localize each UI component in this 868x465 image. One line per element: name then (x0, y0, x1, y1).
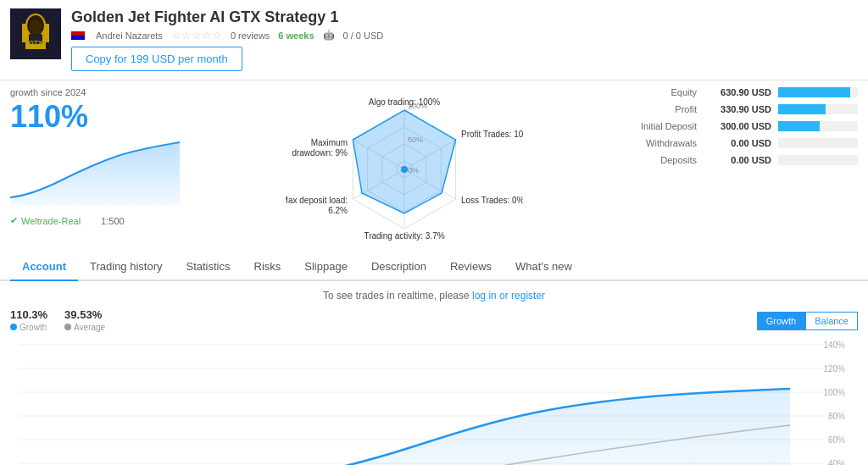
chart-notice: To see trades in realtime, please log in… (10, 290, 858, 302)
svg-text:drawdown: 9%: drawdown: 9% (292, 148, 348, 158)
stats-panel: growth since 2024 110% ✔ Weltrade-Real 1… (0, 80, 868, 250)
svg-text:Maximum: Maximum (311, 138, 348, 147)
radar-section: Algo trading: 100% Profit Trades: 100% L… (197, 87, 612, 243)
svg-rect-4 (44, 24, 49, 42)
svg-text:Profit Trades: 100%: Profit Trades: 100% (461, 130, 523, 139)
metric-label: Deposits (620, 155, 697, 165)
metric-bar-container (778, 87, 858, 97)
metric-value: 630.90 USD (704, 87, 771, 97)
svg-point-6 (30, 19, 42, 35)
broker-info: ✔ Weltrade-Real 1:500 (10, 215, 188, 226)
leverage: 1:500 (101, 216, 125, 226)
chart-area: To see trades in realtime, please log in… (0, 281, 868, 465)
metric-bar-container (778, 104, 858, 114)
metric-row: Initial Deposit 300.00 USD (620, 121, 858, 131)
main-chart: 140% 120% 100% 80% 60% 40% 20% 0% (10, 336, 858, 465)
page-title: Golden Jet Fighter AI GTX Strategy 1 (71, 8, 858, 26)
metric-label: Equity (620, 87, 697, 97)
tab-description[interactable]: Description (359, 253, 438, 281)
growth-value: 110% (10, 99, 188, 135)
growth-chart (10, 138, 180, 206)
header: GTX Golden Jet Fighter AI GTX Strategy 1… (0, 0, 868, 80)
tab-account[interactable]: Account (10, 253, 78, 281)
metric-bar-container (778, 121, 858, 131)
svg-text:Algo trading: 100%: Algo trading: 100% (369, 97, 441, 107)
weeks-count: 6 weeks (278, 30, 314, 41)
metric-value: 0.00 USD (704, 138, 771, 148)
notice-text: To see trades in realtime, please (323, 290, 470, 302)
tab-trading-history[interactable]: Trading history (78, 253, 175, 281)
tabs-bar: AccountTrading historyStatisticsRisksSli… (0, 253, 868, 281)
growth-button[interactable]: Growth (757, 312, 805, 330)
svg-marker-19 (353, 110, 455, 213)
metric-bar (778, 87, 850, 97)
growth-section: growth since 2024 110% ✔ Weltrade-Real 1… (10, 87, 188, 243)
avatar: GTX (10, 8, 61, 59)
metric-bar-container (778, 138, 858, 148)
svg-text:Trading activity: 3.7%: Trading activity: 3.7% (364, 231, 444, 241)
svg-text:40%: 40% (828, 459, 845, 465)
average-dot (64, 324, 71, 330)
legend-growth: 110.3% Growth (10, 308, 47, 333)
svg-text:Max deposit load:: Max deposit load: (286, 196, 348, 205)
metric-row: Equity 630.90 USD (620, 87, 858, 97)
tab-risks[interactable]: Risks (242, 253, 293, 281)
chart-container: 140% 120% 100% 80% 60% 40% 20% 0% (10, 336, 858, 465)
tab-statistics[interactable]: Statistics (175, 253, 242, 281)
tab-reviews[interactable]: Reviews (438, 253, 504, 281)
tab-slippage[interactable]: Slippage (292, 253, 359, 281)
author-name: Andrei Nazarets (96, 30, 163, 41)
metric-bar (778, 121, 820, 131)
svg-text:Loss Trades: 0%: Loss Trades: 0% (461, 196, 523, 205)
metric-label: Withdrawals (620, 138, 697, 148)
flag-icon (71, 31, 85, 40)
tab-what's-new[interactable]: What's new (504, 253, 584, 281)
balance-button[interactable]: Balance (805, 312, 858, 330)
average-legend-value: 39.53% (64, 308, 102, 321)
svg-text:100%: 100% (823, 388, 845, 397)
legend-average: 39.53% Average (64, 308, 105, 333)
growth-label: growth since 2024 (10, 87, 188, 97)
metric-row: Profit 330.90 USD (620, 104, 858, 114)
header-meta: Andrei Nazarets ☆☆☆☆☆ 0 reviews 6 weeks … (71, 29, 858, 42)
metric-bar (778, 104, 826, 114)
average-legend-label: Average (74, 323, 105, 332)
metric-label: Initial Deposit (620, 121, 697, 131)
growth-legend-value: 110.3% (10, 308, 47, 321)
metric-value: 300.00 USD (704, 121, 771, 131)
metric-row: Withdrawals 0.00 USD (620, 138, 858, 148)
svg-text:6.2%: 6.2% (328, 206, 348, 215)
svg-text:GTX: GTX (29, 39, 43, 47)
metric-label: Profit (620, 104, 697, 114)
broker-name: Weltrade-Real (21, 216, 81, 226)
svg-point-20 (401, 166, 408, 173)
copy-button[interactable]: Copy for 199 USD per month (71, 47, 242, 71)
star-rating: ☆☆☆☆☆ (171, 29, 222, 42)
svg-text:120%: 120% (823, 364, 845, 374)
login-link[interactable]: log in or register (472, 290, 545, 302)
svg-text:60%: 60% (828, 435, 845, 445)
trades-count: 0 / 0 USD (343, 30, 384, 41)
growth-legend-label: Growth (19, 323, 47, 332)
chart-legend: 110.3% Growth 39.53% Average Growth Bala… (10, 308, 858, 333)
svg-text:50%: 50% (408, 136, 423, 144)
growth-dot (10, 324, 17, 330)
metric-row: Deposits 0.00 USD (620, 155, 858, 165)
metric-value: 330.90 USD (704, 104, 771, 114)
metrics-section: Equity 630.90 USD Profit 330.90 USD Init… (620, 87, 858, 243)
header-info: Golden Jet Fighter AI GTX Strategy 1 And… (71, 8, 858, 71)
metric-bar-container (778, 155, 858, 165)
svg-text:80%: 80% (828, 412, 845, 421)
svg-rect-3 (22, 24, 27, 42)
svg-text:140%: 140% (823, 340, 845, 350)
svg-text:0%: 0% (408, 166, 419, 174)
radar-chart: Algo trading: 100% Profit Trades: 100% L… (286, 89, 523, 241)
chart-buttons: Growth Balance (757, 312, 858, 330)
svg-text:100%: 100% (408, 102, 427, 110)
reviews-count: 0 reviews (231, 30, 270, 41)
metric-value: 0.00 USD (704, 155, 771, 165)
robot-icon: 🤖 (323, 30, 335, 41)
